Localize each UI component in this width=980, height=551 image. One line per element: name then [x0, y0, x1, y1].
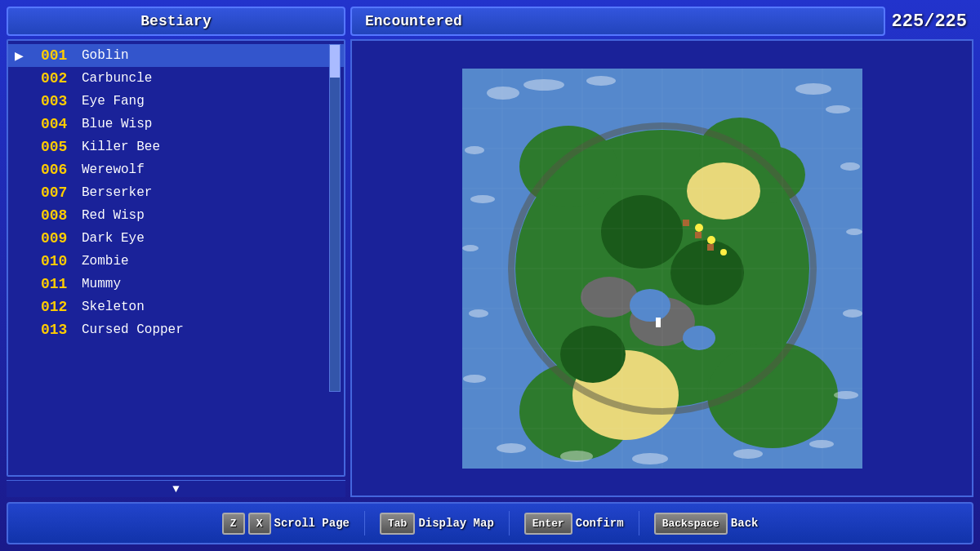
- svg-point-35: [846, 229, 862, 235]
- display-map-group: Tab Display Map: [380, 513, 494, 535]
- x-key[interactable]: X: [248, 513, 271, 535]
- svg-point-32: [469, 309, 488, 318]
- entry-number: 013: [41, 322, 82, 338]
- list-item[interactable]: 003Eye Fang: [8, 90, 344, 113]
- entry-name: Zombie: [82, 254, 129, 269]
- right-header: Encountered 225/225: [350, 7, 973, 36]
- entry-number: 007: [41, 184, 82, 201]
- confirm-group: Enter Confirm: [524, 513, 624, 535]
- encountered-header: Encountered: [350, 7, 885, 36]
- entry-name: Goblin: [82, 48, 129, 63]
- entry-number: 003: [41, 93, 82, 109]
- separator-1: [364, 511, 365, 535]
- list-item[interactable]: ▶001Goblin: [8, 44, 344, 67]
- entry-number: 011: [41, 276, 82, 292]
- bestiary-title: Bestiary: [140, 13, 211, 29]
- separator-3: [639, 511, 639, 535]
- entry-name: Blue Wisp: [82, 117, 152, 131]
- list-item[interactable]: 011Mummy: [8, 273, 344, 295]
- entry-name: Dark Eye: [82, 231, 145, 246]
- list-item[interactable]: 013Cursed Copper: [8, 318, 344, 341]
- svg-point-22: [720, 249, 727, 256]
- scroll-down-arrow[interactable]: ▼: [7, 480, 345, 497]
- confirm-label: Confirm: [576, 517, 624, 530]
- back-group: Backspace Back: [654, 513, 759, 535]
- list-item[interactable]: 004Blue Wisp: [8, 113, 344, 136]
- z-key[interactable]: Z: [222, 513, 245, 535]
- entry-number: 012: [41, 299, 82, 315]
- entry-number: 002: [41, 70, 82, 87]
- svg-rect-19: [707, 244, 714, 251]
- svg-point-24: [487, 87, 519, 100]
- svg-point-26: [586, 76, 616, 86]
- svg-point-9: [687, 162, 760, 220]
- list-item[interactable]: 010Zombie: [8, 250, 344, 273]
- entry-number: 001: [41, 47, 82, 64]
- entry-number: 008: [41, 207, 82, 224]
- entry-name: Mummy: [82, 277, 121, 291]
- list-item[interactable]: 009Dark Eye: [8, 227, 344, 250]
- top-section: Bestiary ▶001Goblin002Carbuncle003Eye Fa…: [7, 7, 973, 497]
- svg-rect-18: [695, 232, 702, 238]
- bestiary-list: ▶001Goblin002Carbuncle003Eye Fang004Blue…: [8, 41, 344, 475]
- entry-number: 005: [41, 139, 82, 155]
- entry-name: Berserker: [82, 185, 152, 200]
- svg-point-15: [630, 289, 670, 322]
- entry-name: Killer Bee: [82, 140, 160, 154]
- bestiary-header: Bestiary: [7, 7, 345, 36]
- svg-point-42: [809, 440, 834, 448]
- svg-point-41: [733, 449, 763, 459]
- svg-rect-17: [683, 220, 689, 226]
- svg-point-30: [470, 195, 495, 203]
- svg-point-29: [465, 146, 484, 154]
- entry-number: 009: [41, 230, 82, 247]
- bestiary-list-container: ▶001Goblin002Carbuncle003Eye Fang004Blue…: [7, 39, 345, 477]
- list-item[interactable]: 007Berserker: [8, 181, 344, 204]
- entry-name: Red Wisp: [82, 208, 145, 223]
- enter-key[interactable]: Enter: [524, 513, 572, 535]
- encountered-title: Encountered: [365, 13, 462, 29]
- entry-name: Cursed Copper: [82, 322, 184, 337]
- backspace-key[interactable]: Backspace: [654, 513, 728, 535]
- entry-number: 010: [41, 253, 82, 269]
- entry-name: Carbuncle: [82, 71, 152, 86]
- svg-point-28: [826, 105, 850, 113]
- main-container: Bestiary ▶001Goblin002Carbuncle003Eye Fa…: [0, 0, 980, 551]
- separator-2: [509, 511, 510, 535]
- world-map: [462, 69, 862, 469]
- entry-number: 006: [41, 162, 82, 178]
- back-label: Back: [731, 517, 759, 530]
- display-map-label: Display Map: [418, 517, 493, 530]
- svg-point-38: [497, 443, 526, 453]
- svg-point-31: [462, 245, 479, 251]
- svg-point-12: [601, 195, 683, 269]
- selection-arrow-icon: ▶: [15, 47, 24, 64]
- svg-point-16: [683, 326, 715, 350]
- count-value: 225/225: [892, 11, 967, 32]
- svg-point-37: [834, 391, 858, 399]
- list-item[interactable]: 005Killer Bee: [8, 136, 344, 158]
- entry-name: Eye Fang: [82, 94, 145, 109]
- svg-point-36: [843, 309, 862, 318]
- entry-name: Skeleton: [82, 300, 145, 314]
- svg-rect-23: [656, 318, 661, 327]
- tab-key[interactable]: Tab: [380, 513, 415, 535]
- left-panel: Bestiary ▶001Goblin002Carbuncle003Eye Fa…: [7, 7, 345, 497]
- count-display: 225/225: [885, 8, 973, 35]
- scroll-page-group: Z X Scroll Page: [222, 513, 350, 535]
- scroll-page-label: Scroll Page: [274, 517, 350, 530]
- list-item[interactable]: 006Werewolf: [8, 158, 344, 181]
- list-item[interactable]: 002Carbuncle: [8, 67, 344, 90]
- entry-number: 004: [41, 116, 82, 132]
- svg-point-34: [840, 162, 860, 171]
- list-item[interactable]: 012Skeleton: [8, 295, 344, 318]
- svg-point-39: [560, 451, 593, 462]
- list-item[interactable]: 008Red Wisp: [8, 204, 344, 227]
- svg-point-33: [463, 375, 486, 383]
- svg-point-25: [523, 79, 564, 91]
- right-panel: Encountered 225/225: [350, 7, 973, 497]
- scrollbar[interactable]: [329, 44, 341, 392]
- scroll-thumb[interactable]: [330, 45, 340, 78]
- svg-point-11: [581, 277, 638, 318]
- svg-point-21: [707, 236, 715, 244]
